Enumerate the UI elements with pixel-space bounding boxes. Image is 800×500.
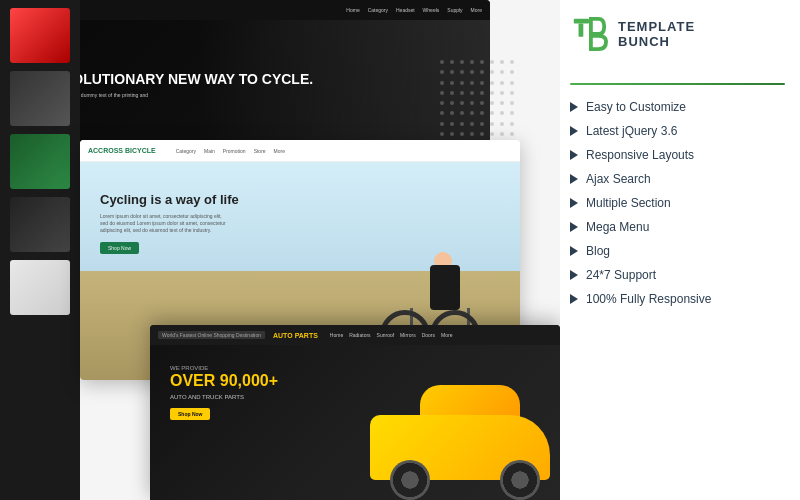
thumb-1 — [10, 8, 70, 63]
bicycle-hero-title: Cycling is a way of life — [100, 192, 239, 207]
feature-item-ajax-search: Ajax Search — [570, 172, 785, 186]
feature-arrow-icon — [570, 198, 578, 208]
cyclist-body — [430, 265, 460, 310]
feature-label-ajax-search: Ajax Search — [586, 172, 651, 186]
brand-divider — [570, 83, 785, 85]
feature-arrow-icon — [570, 270, 578, 280]
feature-item-blog: Blog — [570, 244, 785, 258]
feature-label-mega-menu: Mega Menu — [586, 220, 649, 234]
feature-label-blog: Blog — [586, 244, 610, 258]
screenshot-auto-parts: World's Fastest Online Shopping Destinat… — [150, 325, 560, 500]
auto-top-strip: World's Fastest Online Shopping Destinat… — [158, 331, 265, 339]
feature-item-support: 24*7 Support — [570, 268, 785, 282]
feature-label-latest-jquery: Latest jQuery 3.6 — [586, 124, 677, 138]
screenshots-panel: ● STOCK Home Category Headset Wheels Sup… — [0, 0, 560, 500]
auto-logo: AUTO PARTS — [273, 332, 318, 339]
feature-item-latest-jquery: Latest jQuery 3.6 — [570, 124, 785, 138]
brand-bunch-label: BUNCH — [618, 34, 695, 49]
thumb-4 — [10, 197, 70, 252]
feature-arrow-icon — [570, 174, 578, 184]
bicycle-logo: ACCROSS BICYCLE — [88, 147, 156, 154]
auto-hero: WE PROVIDE OVER 90,000+ AUTO AND TRUCK P… — [150, 345, 560, 500]
bicycle-hero-text: Cycling is a way of life Lorem ipsum dol… — [100, 192, 239, 254]
feature-item-multiple-section: Multiple Section — [570, 196, 785, 210]
feature-item-mega-menu: Mega Menu — [570, 220, 785, 234]
feature-arrow-icon — [570, 222, 578, 232]
bicycle-shop-btn: Shop Now — [100, 242, 139, 254]
left-thumbnail-strip — [0, 0, 80, 500]
dot-pattern-decoration — [440, 60, 520, 140]
auto-shop-btn: Shop Now — [170, 408, 210, 420]
auto-hero-text: WE PROVIDE OVER 90,000+ AUTO AND TRUCK P… — [170, 365, 278, 420]
feature-arrow-icon — [570, 102, 578, 112]
feature-label-support: 24*7 Support — [586, 268, 656, 282]
car-illustration — [340, 370, 560, 500]
bicycle-navbar: ACCROSS BICYCLE Category Main Promotion … — [80, 140, 520, 162]
car-wheel-front — [500, 460, 540, 500]
brand-template-label: TEMPLATE — [618, 19, 695, 34]
svg-rect-1 — [579, 24, 584, 37]
thumb-3 — [10, 134, 70, 189]
feature-item-fully-responsive: 100% Fully Responsive — [570, 292, 785, 306]
feature-label-responsive-layouts: Responsive Layouts — [586, 148, 694, 162]
feature-arrow-icon — [570, 294, 578, 304]
feature-label-multiple-section: Multiple Section — [586, 196, 671, 210]
auto-nav-links: Home Radiators Sunroof Mirrors Doors Mor… — [330, 332, 453, 338]
features-panel: TEMPLATE BUNCH Easy to CustomizeLatest j… — [560, 0, 800, 500]
template-bunch-logo-icon — [570, 15, 608, 53]
brand-logo-area: TEMPLATE BUNCH — [570, 15, 785, 63]
brand-name-text: TEMPLATE BUNCH — [618, 19, 695, 49]
bicycle-nav-links: Category Main Promotion Store More — [176, 148, 285, 154]
feature-arrow-icon — [570, 150, 578, 160]
car-wheel-back — [390, 460, 430, 500]
bicycle-hero-subtitle: Lorem ipsum dolor sit amet, consectetur … — [100, 213, 230, 234]
feature-item-easy-customize: Easy to Customize — [570, 100, 785, 114]
feature-arrow-icon — [570, 126, 578, 136]
feature-item-responsive-layouts: Responsive Layouts — [570, 148, 785, 162]
thumb-5 — [10, 260, 70, 315]
auto-navbar: World's Fastest Online Shopping Destinat… — [150, 325, 560, 345]
feature-list: Easy to CustomizeLatest jQuery 3.6Respon… — [570, 100, 785, 306]
auto-hero-number: OVER 90,000+ — [170, 371, 278, 390]
feature-arrow-icon — [570, 246, 578, 256]
auto-hero-sub: AUTO AND TRUCK PARTS — [170, 394, 278, 400]
svg-rect-0 — [574, 19, 589, 24]
feature-label-easy-customize: Easy to Customize — [586, 100, 686, 114]
moto-nav-links: Home Category Headset Wheels Supply More — [346, 7, 482, 13]
feature-label-fully-responsive: 100% Fully Responsive — [586, 292, 711, 306]
thumb-2 — [10, 71, 70, 126]
